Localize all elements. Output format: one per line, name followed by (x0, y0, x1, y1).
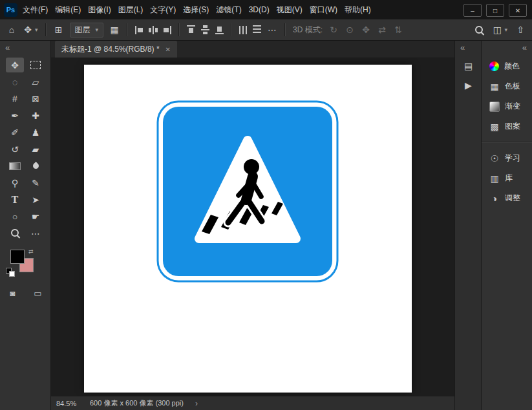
panel-label-learn: 学习 (505, 153, 520, 164)
3d-scale-icon: ⇅ (393, 25, 403, 34)
tools-grid: ✥ ◌ ▱ # ⊠ ✒ ✚ ✐ ♟ ↺ ▰ ⚲ ✎ T ➤ ○ ☛ ⋯ (0, 56, 50, 242)
quick-mask-button[interactable]: ◙ (4, 286, 22, 301)
history-brush-icon: ↺ (11, 145, 19, 154)
zoom-tool[interactable] (6, 226, 24, 241)
dock-collapse-icon[interactable]: « (455, 41, 482, 56)
brush-tool[interactable]: ✐ (6, 125, 24, 140)
separator (178, 23, 180, 36)
clone-stamp-tool[interactable]: ♟ (27, 125, 45, 140)
eraser-tool[interactable]: ▰ (27, 142, 45, 156)
blur-tool[interactable] (27, 158, 45, 173)
properties-panel-icon[interactable]: ▤ (455, 56, 482, 76)
menu-view[interactable]: 视图(V) (277, 5, 303, 16)
gradients-panel-button[interactable]: 渐变 (482, 96, 532, 116)
menu-image[interactable]: 图像(I) (88, 5, 111, 16)
adjustments-panel-button[interactable]: ◑ 调整 (482, 188, 532, 208)
lasso-icon: ◌ (12, 78, 17, 87)
chevron-down-icon: ▾ (504, 27, 507, 33)
menu-type[interactable]: 文字(Y) (150, 5, 176, 16)
eraser-icon: ▰ (32, 145, 39, 154)
libraries-panel-button[interactable]: ▥ 库 (482, 168, 532, 188)
home-icon[interactable]: ⌂ (6, 25, 17, 34)
gradient-tool[interactable] (6, 158, 24, 173)
move-tool[interactable]: ✥ (6, 58, 24, 72)
panel-collapse-icon[interactable]: « (482, 41, 532, 56)
layer-select-dropdown[interactable]: 图层 ▾ (70, 23, 104, 38)
layer-select-value: 图层 (75, 25, 90, 36)
menu-select[interactable]: 选择(S) (183, 5, 209, 16)
zoom-level-field[interactable]: 84.5% (56, 400, 85, 407)
align-center-horizontal-icon[interactable] (149, 25, 158, 34)
separator (284, 23, 286, 36)
swatches-panel-button[interactable]: ▦ 色板 (482, 76, 532, 96)
swap-colors-icon[interactable]: ⇄ (28, 248, 34, 255)
ellipsis-icon: ⋯ (31, 229, 40, 238)
3d-slide-icon: ⇄ (377, 25, 387, 34)
auto-select-icon[interactable]: ⊞ (54, 25, 64, 34)
status-chevron-icon[interactable]: › (195, 399, 198, 408)
3d-orbit-icon: ↻ (328, 25, 339, 34)
learn-panel-button[interactable]: ☉ 学习 (482, 148, 532, 168)
workspace-switcher[interactable]: ◫ ▾ (492, 25, 507, 34)
align-right-icon[interactable] (164, 25, 171, 34)
tools-collapse-icon[interactable]: « (0, 41, 50, 56)
eyedropper-icon: ✒ (11, 111, 19, 120)
panel-label-swatches: 色板 (505, 81, 520, 92)
dodge-tool[interactable]: ⚲ (6, 175, 24, 190)
pen-tool[interactable]: ✎ (27, 175, 45, 190)
default-colors-icon[interactable] (6, 268, 15, 277)
object-selection-tool[interactable]: ▱ (27, 74, 45, 89)
menu-edit[interactable]: 编辑(E) (55, 5, 81, 16)
type-tool[interactable]: T (6, 192, 24, 207)
align-top-icon[interactable] (187, 25, 195, 34)
menu-filter[interactable]: 滤镜(T) (216, 5, 241, 16)
lasso-tool[interactable]: ◌ (6, 74, 24, 89)
show-transform-controls-icon[interactable]: ▦ (109, 25, 120, 34)
history-brush-tool[interactable]: ↺ (6, 142, 24, 156)
tab-bar: 未标题-1 @ 84.5%(RGB/8) * ✕ (51, 41, 454, 58)
frame-tool[interactable]: ⊠ (27, 91, 45, 106)
edit-toolbar-button[interactable]: ⋯ (27, 226, 45, 241)
tools-panel: « ✥ ◌ ▱ # ⊠ ✒ ✚ ✐ ♟ ↺ ▰ ⚲ ✎ T ➤ ○ ☛ ⋯ ⇄ … (0, 41, 51, 410)
window-controls: – □ ✕ (463, 4, 527, 17)
menu-window[interactable]: 窗口(W) (310, 5, 337, 16)
menu-layer[interactable]: 图层(L) (118, 5, 144, 16)
shape-tool[interactable]: ○ (6, 209, 24, 224)
object-selection-icon: ▱ (32, 78, 39, 87)
path-selection-tool[interactable]: ➤ (27, 192, 45, 207)
panel-dock-strip: « ▤ ▶ (454, 41, 482, 410)
share-icon[interactable]: ⇧ (515, 25, 526, 34)
document-tab[interactable]: 未标题-1 @ 84.5%(RGB/8) * ✕ (55, 41, 177, 58)
eyedropper-tool[interactable]: ✒ (6, 108, 24, 123)
patterns-panel-button[interactable]: ▩ 图案 (482, 116, 532, 136)
document-canvas[interactable] (84, 65, 412, 393)
menu-3d[interactable]: 3D(D) (249, 5, 270, 14)
tool-preset-picker[interactable]: ✥ ▾ (23, 25, 38, 34)
align-middle-icon[interactable] (201, 25, 209, 34)
search-icon[interactable] (474, 25, 484, 35)
crop-tool[interactable]: # (6, 91, 24, 106)
menu-file[interactable]: 文件(F) (23, 5, 48, 16)
magnifier-icon (10, 228, 20, 238)
foreground-color-swatch[interactable] (10, 250, 25, 264)
distribute-vertical-icon[interactable] (253, 25, 261, 34)
status-bar: 84.5% 600 像素 x 600 像素 (300 ppi) › (51, 396, 454, 410)
align-bottom-icon[interactable] (215, 25, 224, 34)
close-button[interactable]: ✕ (509, 4, 527, 17)
canvas-area[interactable] (51, 58, 454, 396)
distribute-horizontal-icon[interactable] (239, 25, 247, 34)
tab-title: 未标题-1 @ 84.5%(RGB/8) * (61, 44, 160, 55)
maximize-button[interactable]: □ (486, 4, 504, 17)
actions-panel-icon[interactable]: ▶ (455, 76, 482, 95)
hand-tool[interactable]: ☛ (27, 209, 45, 224)
menu-help[interactable]: 帮助(H) (345, 5, 371, 16)
minimize-button[interactable]: – (463, 4, 482, 17)
marquee-tool[interactable] (27, 58, 45, 72)
close-tab-icon[interactable]: ✕ (165, 46, 171, 53)
color-panel-button[interactable]: 颜色 (482, 56, 532, 76)
align-left-icon[interactable] (135, 25, 143, 34)
screen-mode-button[interactable]: ▭ (29, 286, 47, 301)
more-align-options-icon[interactable]: ⋯ (267, 25, 277, 34)
clone-stamp-icon: ♟ (32, 128, 40, 137)
healing-brush-tool[interactable]: ✚ (27, 108, 45, 123)
